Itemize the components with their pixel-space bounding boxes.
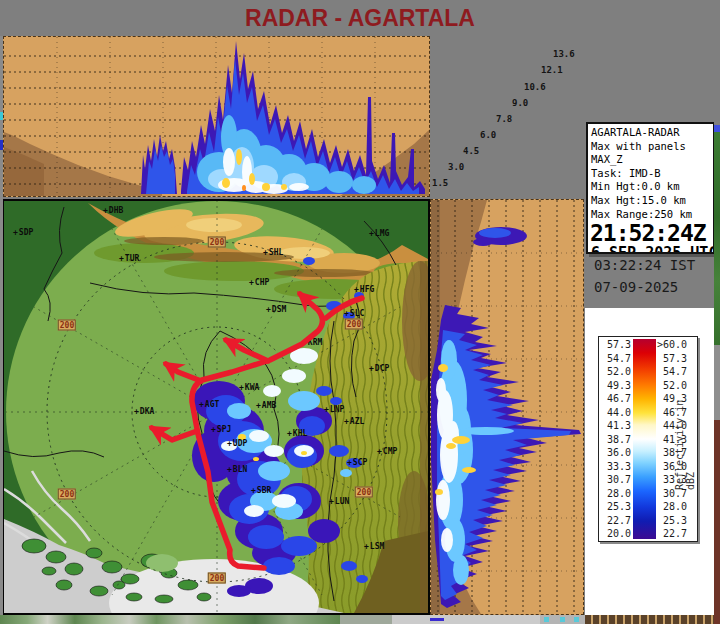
height-label: 6.0 bbox=[480, 130, 496, 140]
station-cmp: +CMP bbox=[377, 447, 397, 456]
sliver-tick-cyan bbox=[0, 112, 3, 120]
ns-cross-section-plot bbox=[431, 200, 583, 614]
station-code: SHL bbox=[269, 248, 283, 257]
range-ring-badge: 200 bbox=[58, 489, 76, 500]
info-line: Max Range:250 km bbox=[588, 208, 713, 222]
station-marker-icon: + bbox=[329, 497, 334, 506]
station-lmg: +LMG bbox=[369, 229, 389, 238]
station-scp: +SCP bbox=[347, 458, 367, 467]
station-bln: +BLN bbox=[227, 465, 247, 474]
station-marker-icon: + bbox=[103, 206, 108, 215]
legend-lower-bound: 38.7 bbox=[601, 434, 631, 445]
height-label: 13.6 bbox=[553, 49, 575, 59]
station-sbr: +SBR bbox=[251, 486, 271, 495]
legend-axis-label: Reflectivity in dBZ bbox=[674, 388, 696, 490]
station-code: KWA bbox=[245, 383, 259, 392]
station-code: DHB bbox=[109, 206, 123, 215]
legend-lower-bound: 25.3 bbox=[601, 501, 631, 512]
station-marker-icon: + bbox=[13, 228, 18, 237]
info-line: Max with panels bbox=[588, 140, 713, 154]
station-marker-icon: + bbox=[287, 429, 292, 438]
station-marker-icon: + bbox=[364, 542, 369, 551]
station-dka: +DKA bbox=[134, 407, 154, 416]
legend-upper-bound: >60.0 bbox=[657, 339, 687, 350]
height-label: 10.6 bbox=[524, 82, 546, 92]
legend-lower-bound: 33.3 bbox=[601, 461, 631, 472]
station-marker-icon: + bbox=[263, 248, 268, 257]
station-marker-icon: + bbox=[251, 486, 256, 495]
station-shl: +SHL bbox=[263, 248, 283, 257]
station-kwa: +KWA bbox=[239, 383, 259, 392]
station-dhb: +DHB bbox=[103, 206, 123, 215]
height-label: 12.1 bbox=[541, 65, 563, 75]
station-marker-icon: + bbox=[211, 425, 216, 434]
legend-lower-bound: 20.0 bbox=[601, 528, 631, 539]
sliver-tick-blue bbox=[0, 140, 3, 150]
legend-lower-bound: 49.3 bbox=[601, 380, 631, 391]
page-title: RADAR - AGARTALA bbox=[0, 5, 720, 32]
station-agt: +AGT bbox=[199, 400, 219, 409]
info-line: Min Hgt:0.0 km bbox=[588, 180, 713, 194]
station-marker-icon: + bbox=[199, 400, 204, 409]
station-code: LMG bbox=[375, 229, 389, 238]
station-code: SDP bbox=[19, 228, 33, 237]
station-marker-icon: + bbox=[227, 439, 232, 448]
legend-lower-bound: 54.7 bbox=[601, 353, 631, 364]
legend-lower-bound: 52.0 bbox=[601, 366, 631, 377]
info-line: AGARTALA-RADAR bbox=[588, 126, 713, 140]
station-code: AZL bbox=[350, 417, 364, 426]
station-code: SCP bbox=[353, 458, 367, 467]
station-marker-icon: + bbox=[239, 383, 244, 392]
range-ring-badge: 200 bbox=[208, 237, 226, 248]
station-lnp: +LNP bbox=[324, 405, 344, 414]
station-code: AMB bbox=[262, 401, 276, 410]
ew-cross-section-panel bbox=[3, 36, 430, 197]
legend-upper-bound: 28.0 bbox=[657, 501, 687, 512]
station-marker-icon: + bbox=[344, 417, 349, 426]
station-spj: +SPJ bbox=[211, 425, 231, 434]
range-ring-badge: 200 bbox=[355, 487, 373, 498]
ist-time: 03:22:24 IST bbox=[594, 257, 695, 273]
station-code: SLC bbox=[350, 309, 364, 318]
station-code: UDP bbox=[233, 439, 247, 448]
station-marker-icon: + bbox=[354, 285, 359, 294]
ns-cross-section-panel bbox=[430, 199, 584, 615]
legend-lower-bound: 46.7 bbox=[601, 393, 631, 404]
utc-date: 6 SEP 2025 UTC bbox=[588, 245, 713, 254]
station-slc: +SLC bbox=[344, 309, 364, 318]
legend-lower-bound: 36.0 bbox=[601, 447, 631, 458]
utc-time: 21:52:24Z bbox=[588, 221, 713, 245]
left-window-sliver bbox=[0, 36, 3, 615]
station-dcp: +DCP bbox=[369, 364, 389, 373]
range-ring-badge: 200 bbox=[58, 320, 76, 331]
bottom-window-sliver bbox=[0, 615, 720, 624]
station-code: DSM bbox=[272, 305, 286, 314]
station-marker-icon: + bbox=[119, 254, 124, 263]
legend-lower-bound: 44.0 bbox=[601, 407, 631, 418]
info-lines: AGARTALA-RADARMax with panelsMAX_ZTask: … bbox=[588, 124, 713, 221]
legend-lower-bound: 30.7 bbox=[601, 474, 631, 485]
info-line: Task: IMD-B bbox=[588, 167, 713, 181]
station-code: KRM bbox=[308, 338, 322, 347]
legend-lower-bound: 22.7 bbox=[601, 515, 631, 526]
station-udp: +UDP bbox=[227, 439, 247, 448]
legend-upper-bound: 22.7 bbox=[657, 528, 687, 539]
legend-upper-bound: 54.7 bbox=[657, 366, 687, 377]
station-marker-icon: + bbox=[377, 447, 382, 456]
ist-date: 07-09-2025 bbox=[594, 279, 678, 295]
station-chp: +CHP bbox=[249, 278, 269, 287]
info-line: Max Hgt:15.0 km bbox=[588, 194, 713, 208]
radar-display-window: RADAR - AGARTALA bbox=[0, 0, 720, 624]
range-ring-badge: 200 bbox=[208, 573, 226, 584]
legend-panel: 57.3>60.054.757.352.054.749.352.046.749.… bbox=[585, 308, 715, 615]
right-window-sliver bbox=[714, 36, 720, 624]
ew-cross-section-plot bbox=[4, 37, 429, 196]
height-label: 1.5 bbox=[432, 178, 448, 188]
station-marker-icon: + bbox=[134, 407, 139, 416]
station-code: KHL bbox=[293, 429, 307, 438]
reflectivity-legend: 57.3>60.054.757.352.054.749.352.046.749.… bbox=[598, 336, 698, 542]
ppi-map-panel: +DHB+SDP+TUR+SHL+LMG+CHP+HFG+DSM+SLC+KRM… bbox=[2, 199, 430, 615]
height-label: 7.8 bbox=[496, 114, 512, 124]
station-khl: +KHL bbox=[287, 429, 307, 438]
station-azl: +AZL bbox=[344, 417, 364, 426]
